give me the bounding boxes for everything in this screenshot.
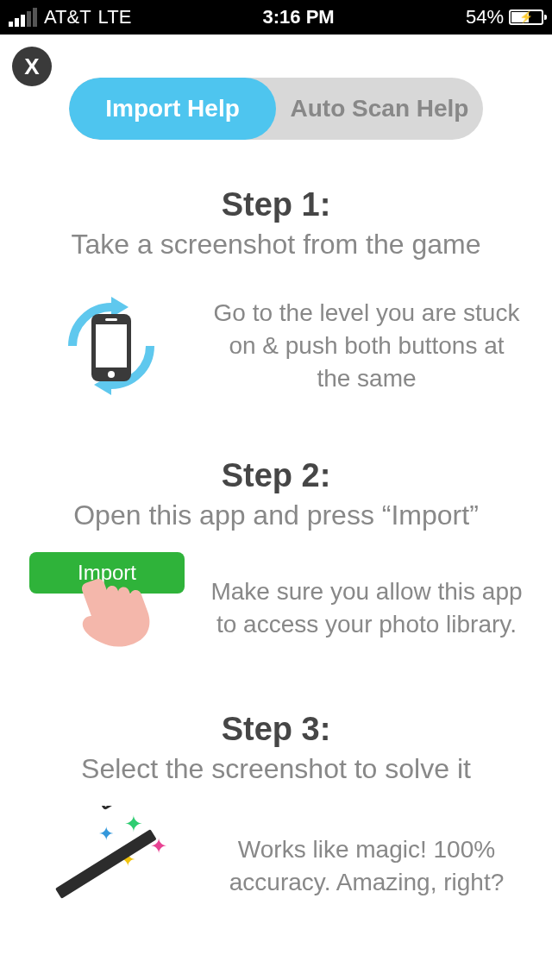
carrier-label: AT&T: [44, 6, 91, 28]
step-1: Step 1: Take a screenshot from the game …: [0, 186, 552, 411]
close-button[interactable]: X: [12, 47, 52, 86]
step-3-desc: Works like magic! 100% accuracy. Amazing…: [210, 833, 523, 899]
step-3-label: Step 3:: [0, 711, 552, 748]
phone-rotate-icon: [29, 281, 193, 411]
signal-icon: [9, 8, 37, 27]
tab-autoscan-label: Auto Scan Help: [291, 95, 469, 122]
svg-text:✦: ✦: [98, 823, 114, 845]
step-2-title: Open this app and press “Import”: [0, 499, 552, 531]
pointing-hand-icon: [64, 568, 167, 663]
svg-rect-3: [96, 324, 127, 368]
step-2-label: Step 2:: [0, 457, 552, 494]
step-1-label: Step 1:: [0, 186, 552, 223]
network-label: LTE: [98, 6, 132, 28]
battery-percent: 54%: [466, 6, 504, 28]
clock: 3:16 PM: [263, 6, 335, 28]
step-1-title: Take a screenshot from the game: [0, 229, 552, 261]
svg-rect-11: [98, 806, 127, 808]
status-left: AT&T LTE: [9, 6, 131, 28]
close-icon: X: [24, 53, 39, 80]
status-bar: AT&T LTE 3:16 PM 54% ⚡: [0, 0, 552, 35]
tab-import-label: Import Help: [105, 95, 240, 122]
step-1-desc: Go to the level you are stuck on & push …: [210, 297, 523, 394]
segmented-control: Import Help Auto Scan Help: [69, 78, 483, 140]
battery-icon: ⚡: [509, 9, 543, 25]
import-illustration: Import: [29, 552, 193, 664]
step-3-title: Select the screenshot to solve it: [0, 753, 552, 785]
svg-point-4: [108, 371, 115, 378]
svg-rect-5: [105, 318, 117, 321]
step-2-desc: Make sure you allow this app to access y…: [210, 575, 523, 641]
status-right: 54% ⚡: [466, 6, 543, 28]
magic-wand-icon: ✦ ✦ ✦ ✦: [29, 806, 193, 927]
svg-text:✦: ✦: [124, 811, 143, 837]
tab-autoscan-help[interactable]: Auto Scan Help: [276, 78, 483, 140]
tab-import-help[interactable]: Import Help: [69, 78, 276, 140]
step-3: Step 3: Select the screenshot to solve i…: [0, 711, 552, 927]
step-2: Step 2: Open this app and press “Import”…: [0, 457, 552, 664]
help-modal: X Import Help Auto Scan Help Step 1: Tak…: [0, 35, 552, 980]
